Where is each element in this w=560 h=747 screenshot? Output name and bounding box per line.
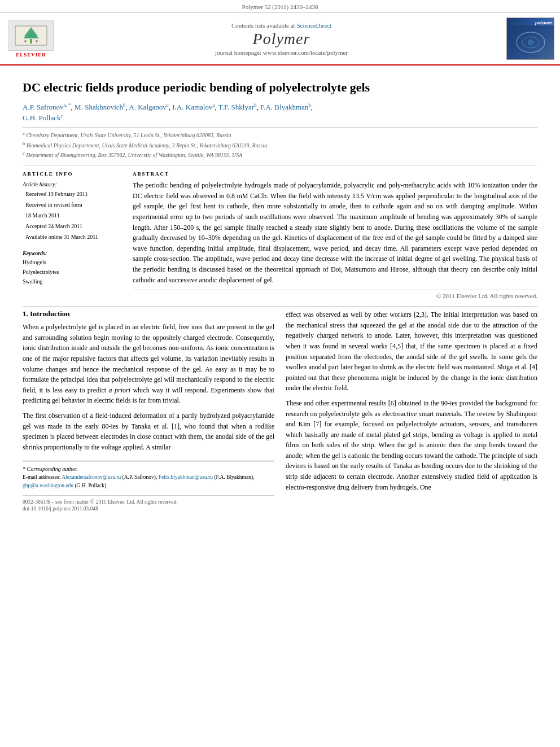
intro-para-right1: effect was observed as well by other wor… bbox=[286, 309, 537, 394]
keyword-polyelectrolytes: Polyelectrolytes bbox=[23, 267, 121, 277]
journal-reference-bar: Polymer 52 (2011) 2430–2436 bbox=[0, 0, 560, 13]
journal-homepage-text: journal homepage: www.elsevier.com/locat… bbox=[62, 49, 501, 56]
revised-date: 18 March 2011 bbox=[23, 211, 121, 220]
elsevier-brand-text: ELSEVIER bbox=[16, 52, 46, 58]
history-label: Article history: bbox=[23, 180, 121, 189]
article-info-abstract-section: ARTICLE INFO Article history: Received 1… bbox=[23, 165, 537, 299]
abstract-heading: ABSTRACT bbox=[133, 171, 537, 177]
author-safronov: A.P. Safronov bbox=[23, 103, 64, 111]
polymer-cover-image: polymer bbox=[506, 18, 554, 60]
sciencedirect-link: Contents lists available at ScienceDirec… bbox=[62, 22, 501, 29]
affil-sup-3: c bbox=[167, 102, 169, 108]
elsevier-logo: ELSEVIER bbox=[6, 20, 56, 58]
sciencedirect-anchor[interactable]: ScienceDirect bbox=[296, 22, 331, 29]
corresponding-author-note: * Corresponding author. bbox=[23, 465, 274, 473]
intro-heading: 1. Introduction bbox=[23, 309, 274, 318]
doi-text: doi:10.1016/j.polymer.2011.03.048 bbox=[23, 506, 274, 512]
keyword-hydrogels: Hydrogels bbox=[23, 257, 121, 267]
author-kalganov: A. Kalganov bbox=[129, 103, 166, 111]
email2-link[interactable]: Felix.blyakhman@usu.ru bbox=[159, 474, 213, 480]
journal-center-info: Contents lists available at ScienceDirec… bbox=[62, 22, 501, 56]
article-history: Article history: Received 19 February 20… bbox=[23, 180, 121, 242]
intro-col-right: effect was observed as well by other wor… bbox=[286, 309, 537, 512]
email2-person: (F.A. Blyakhman), bbox=[214, 474, 254, 480]
polymer-cover-title: polymer bbox=[535, 20, 552, 25]
author-shakhnovich: M. Shakhnovich bbox=[75, 103, 123, 111]
article-info-column: ARTICLE INFO Article history: Received 1… bbox=[23, 171, 121, 299]
keywords-section: Keywords: Hydrogels Polyelectrolytes Swe… bbox=[23, 248, 121, 286]
affiliation-a: a Chemistry Department, Urals State Univ… bbox=[23, 130, 537, 139]
affil-sup-4: a bbox=[212, 102, 215, 108]
section-title-text: Introduction bbox=[30, 309, 70, 318]
journal-name-display: Polymer bbox=[62, 30, 501, 48]
author-blyakhman: F.A. Blyakhman bbox=[260, 103, 308, 111]
svg-point-5 bbox=[24, 40, 27, 42]
issn-text: 0032-3861/$ – see front matter © 2011 El… bbox=[23, 499, 178, 505]
bottom-bar: 0032-3861/$ – see front matter © 2011 El… bbox=[23, 495, 274, 505]
footnotes-section: * Corresponding author. E-mail addresses… bbox=[23, 461, 274, 490]
article-info-heading: ARTICLE INFO bbox=[23, 171, 121, 177]
main-content: DC electric fields produce periodic bend… bbox=[0, 65, 560, 523]
intro-para-right2: These and other experimental results [6]… bbox=[286, 398, 537, 492]
author-pollack: G.H. Pollack bbox=[23, 114, 61, 123]
author-shklyar: T.F. Shklyar bbox=[218, 103, 254, 111]
affiliation-c: c Department of Bioengineering, Box 3579… bbox=[23, 150, 537, 159]
author-kamalov: I.A. Kamalov bbox=[172, 103, 212, 111]
abstract-text: The periodic bending of polyelectrolyte … bbox=[133, 180, 537, 285]
email1-person: (A.P. Safronov), bbox=[123, 474, 158, 480]
revised-label: Received in revised form bbox=[23, 200, 121, 209]
keywords-list: Hydrogels Polyelectrolytes Swelling bbox=[23, 257, 121, 286]
abstract-column: ABSTRACT The periodic bending of polyele… bbox=[133, 171, 537, 299]
intro-para2: The first observation of a field-induced… bbox=[23, 410, 274, 452]
elsevier-logo-image bbox=[8, 20, 54, 51]
accepted-date: Accepted 24 March 2011 bbox=[23, 222, 121, 231]
intro-col-left: 1. Introduction When a polyelectrolyte g… bbox=[23, 309, 274, 512]
affiliation-b: b Biomedical Physics Department, Urals S… bbox=[23, 141, 537, 150]
intro-para1: When a polyelectrolyte gel is placed in … bbox=[23, 322, 274, 406]
article-title: DC electric fields produce periodic bend… bbox=[23, 80, 537, 96]
affil-sup-2: b bbox=[123, 102, 126, 108]
journal-header: ELSEVIER Contents lists available at Sci… bbox=[0, 13, 560, 65]
affil-sup-6: b bbox=[308, 102, 311, 108]
journal-ref-text: Polymer 52 (2011) 2430–2436 bbox=[242, 3, 318, 10]
introduction-section: 1. Introduction When a polyelectrolyte g… bbox=[23, 306, 537, 512]
email3-person: (G.H. Pollack). bbox=[75, 483, 107, 488]
authors-line: A.P. Safronova, *, M. Shakhnovichb, A. K… bbox=[23, 102, 537, 124]
email3-link[interactable]: ghp@u.washington.edu bbox=[23, 483, 73, 488]
affiliations-section: a Chemistry Department, Urals State Univ… bbox=[23, 127, 537, 159]
section-number: 1. bbox=[23, 309, 28, 318]
email-addresses: E-mail addresses: Alexandersafronov@usu.… bbox=[23, 473, 274, 490]
keyword-swelling: Swelling bbox=[23, 277, 121, 286]
email-label: E-mail addresses: bbox=[23, 474, 60, 480]
svg-rect-2 bbox=[30, 39, 32, 43]
svg-point-6 bbox=[36, 40, 38, 42]
email1-link[interactable]: Alexandersafronov@usu.ru bbox=[62, 474, 121, 480]
online-date: Available online 31 March 2011 bbox=[23, 233, 121, 242]
keywords-heading: Keywords: bbox=[23, 250, 47, 256]
affil-sup-7: c bbox=[61, 113, 63, 119]
received-date: Received 19 February 2011 bbox=[23, 190, 121, 199]
affil-sup-1: a, * bbox=[64, 102, 71, 108]
affil-sup-5: b bbox=[254, 102, 257, 108]
copyright-line: © 2011 Elsevier Ltd. All rights reserved… bbox=[133, 290, 537, 299]
